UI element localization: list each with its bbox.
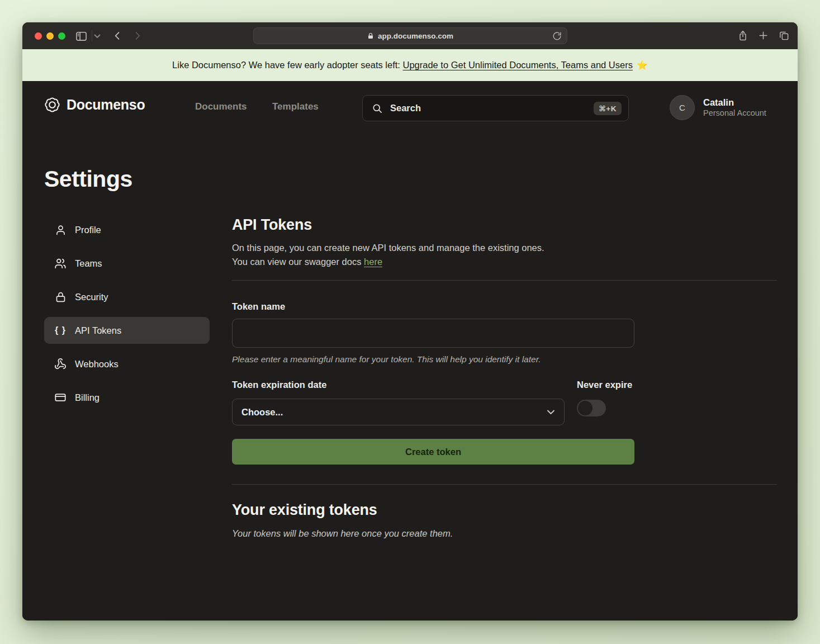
browser-window: app.documenso.com Like Documenso? We hav… [22, 22, 798, 621]
token-name-label: Token name [232, 301, 634, 312]
never-expire-toggle[interactable] [577, 400, 606, 416]
app-header: Documenso Documents Templates Search ⌘+K… [22, 81, 798, 135]
expiration-selected-value: Choose... [241, 407, 547, 418]
credit-card-icon [54, 391, 67, 404]
zoom-window-button[interactable] [58, 32, 65, 40]
expiration-select[interactable]: Choose... [232, 399, 565, 425]
sidebar-item-webhooks[interactable]: Webhooks [44, 351, 210, 377]
sidebar-item-label: API Tokens [75, 325, 121, 336]
expiration-row: Token expiration date Choose... Never ex… [232, 380, 634, 425]
minimize-window-button[interactable] [46, 32, 54, 40]
divider [232, 280, 777, 281]
sidebar-menu-chevron-icon[interactable] [94, 34, 101, 39]
toggle-knob [578, 401, 593, 415]
brand[interactable]: Documenso [44, 97, 145, 113]
section-description: On this page, you can create new API tok… [232, 241, 777, 269]
sidebar-item-label: Teams [75, 258, 102, 269]
new-tab-icon[interactable] [758, 30, 769, 41]
token-name-input[interactable] [232, 319, 634, 348]
sidebar-item-label: Profile [75, 225, 101, 235]
sidebar-item-label: Billing [75, 392, 99, 403]
lock-icon [54, 291, 67, 303]
account-type: Personal Account [703, 108, 779, 119]
sidebar-item-label: Security [75, 292, 108, 302]
divider [232, 484, 777, 485]
expiration-column: Token expiration date Choose... [232, 380, 565, 425]
share-icon[interactable] [737, 30, 748, 42]
sidebar-item-profile[interactable]: Profile [44, 216, 210, 243]
account-menu[interactable]: C Catalin Personal Account [670, 95, 798, 120]
url-text: app.documenso.com [378, 32, 453, 40]
close-window-button[interactable] [35, 32, 42, 40]
expiration-label: Token expiration date [232, 380, 565, 390]
account-name: Catalin [703, 97, 779, 108]
documenso-logo-icon [44, 97, 60, 113]
browser-toolbar: app.documenso.com [22, 22, 798, 49]
address-bar[interactable]: app.documenso.com [253, 27, 567, 44]
app-content: Documenso Documents Templates Search ⌘+K… [22, 81, 798, 621]
braces-icon: { } [54, 325, 67, 335]
upgrade-link[interactable]: Upgrade to Get Unlimited Documents, Team… [402, 60, 632, 70]
promo-banner: Like Documenso? We have few early adopte… [22, 49, 798, 81]
existing-tokens-empty-text: Your tokens will be shown here once you … [232, 528, 777, 539]
token-name-hint: Please enter a meaningful name for your … [232, 354, 634, 364]
sidebar-item-label: Webhooks [75, 359, 119, 370]
avatar: C [670, 95, 695, 120]
sidebar-item-teams[interactable]: Teams [44, 250, 210, 277]
search-icon [372, 103, 383, 114]
toolbar-separator [92, 30, 92, 41]
tab-overview-icon[interactable] [779, 30, 789, 41]
api-tokens-panel: API Tokens On this page, you can create … [232, 216, 777, 539]
webhook-icon [54, 358, 67, 370]
description-line1: On this page, you can create new API tok… [232, 243, 544, 253]
users-icon [54, 257, 67, 269]
chevron-down-icon [547, 409, 555, 415]
section-heading: API Tokens [232, 216, 777, 234]
search-input[interactable]: Search ⌘+K [362, 95, 629, 121]
star-emoji: ⭐ [637, 60, 648, 70]
description-line2: You can view our swagger docs [232, 257, 364, 267]
promo-text: Like Documenso? We have few early adopte… [172, 60, 402, 70]
swagger-docs-link[interactable]: here [364, 257, 382, 267]
back-button[interactable] [112, 30, 123, 41]
sidebar-toggle-icon[interactable] [75, 30, 88, 42]
account-text: Catalin Personal Account [703, 97, 779, 119]
sidebar-item-billing[interactable]: Billing [44, 384, 210, 411]
nav-documents[interactable]: Documents [195, 101, 247, 112]
existing-tokens-heading: Your existing tokens [232, 501, 777, 519]
never-expire-column: Never expire [577, 380, 634, 425]
create-token-button[interactable]: Create token [232, 439, 634, 465]
page-body: Profile Teams Security { } API Token [22, 216, 798, 539]
ssl-lock-icon [367, 32, 374, 40]
sidebar-item-security[interactable]: Security [44, 283, 210, 310]
never-expire-label: Never expire [577, 380, 634, 390]
sidebar-item-api-tokens[interactable]: { } API Tokens [44, 317, 210, 344]
forward-button[interactable] [132, 30, 143, 41]
nav-templates[interactable]: Templates [272, 101, 319, 112]
brand-name: Documenso [67, 97, 145, 113]
avatar-initial: C [679, 103, 685, 112]
user-icon [54, 224, 67, 236]
reload-icon[interactable] [552, 31, 562, 41]
search-placeholder: Search [390, 103, 594, 113]
search-shortcut-badge: ⌘+K [594, 102, 622, 115]
page-title: Settings [44, 166, 798, 192]
settings-sidebar: Profile Teams Security { } API Token [44, 216, 210, 539]
create-token-form: Token name Please enter a meaningful nam… [232, 301, 634, 465]
